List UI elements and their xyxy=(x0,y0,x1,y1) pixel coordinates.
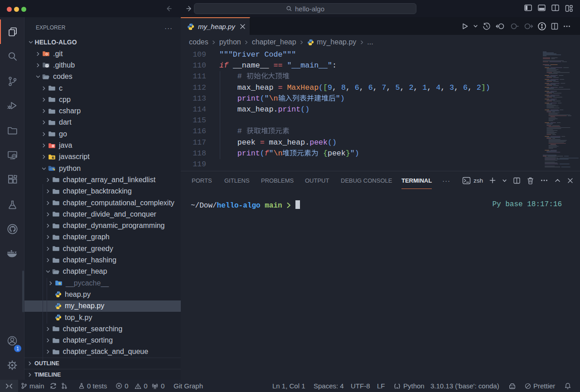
svg-text:JS: JS xyxy=(53,157,55,159)
